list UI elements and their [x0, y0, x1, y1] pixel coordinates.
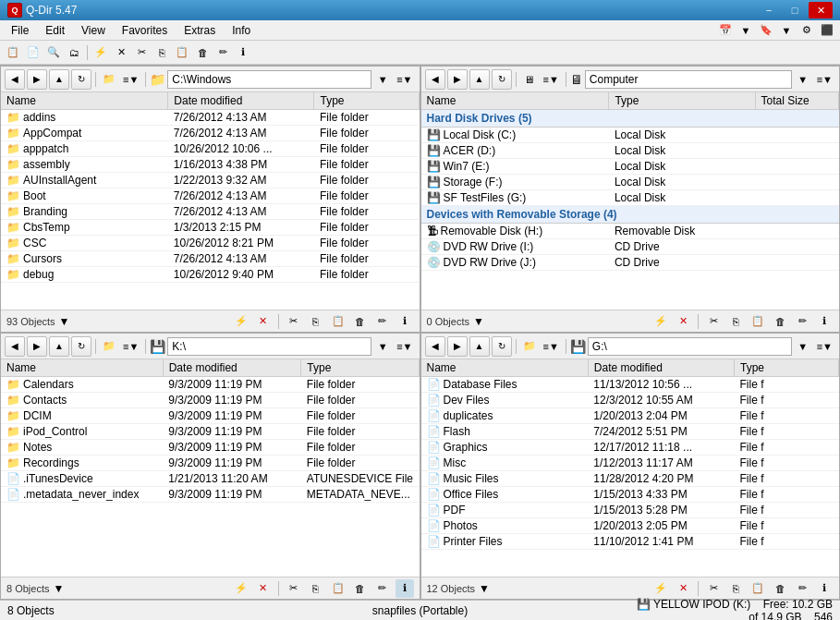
tb-tr-view[interactable]: ≡▼ [541, 70, 562, 89]
status-btn-br-1[interactable]: ⚡ [651, 579, 670, 598]
global-tb-12[interactable]: ℹ [234, 43, 252, 62]
col-date-br[interactable]: Date modified [588, 359, 734, 377]
tb-tl-view[interactable]: ≡▼ [120, 70, 141, 89]
status-btn-tr-5[interactable]: 📋 [749, 312, 767, 331]
global-tb-11[interactable]: ✏ [213, 43, 232, 62]
forward-button-tr[interactable]: ▶ [447, 69, 468, 90]
back-button-bl[interactable]: ◀ [5, 336, 25, 357]
list-item[interactable]: 📄.iTunesDevice 1/21/2013 11:20 AM ATUNES… [1, 471, 419, 487]
status-btn-br-7[interactable]: ✏ [793, 579, 811, 598]
refresh-button-br[interactable]: ↻ [492, 336, 512, 357]
forward-button-bl[interactable]: ▶ [27, 336, 47, 357]
col-type-tl[interactable]: Type [314, 92, 419, 110]
tb-br-folder[interactable]: 📁 [520, 337, 539, 356]
list-item[interactable]: 📁Notes 9/3/2009 11:19 PM File folder [1, 440, 419, 456]
status-btn-tr-8[interactable]: ℹ [815, 312, 834, 331]
global-tb-9[interactable]: 📋 [173, 43, 191, 62]
list-item[interactable]: 💾ACER (D:) Local Disk [421, 143, 839, 159]
col-size-tr[interactable]: Total Size [755, 92, 838, 110]
up-button-tl[interactable]: ▲ [49, 69, 69, 90]
go-btn-tr[interactable]: ▼ [794, 70, 812, 89]
status-btn-tr-3[interactable]: ✂ [704, 312, 723, 331]
list-item[interactable]: 📄Graphics 12/17/2012 11:18 ... File f [421, 440, 839, 456]
list-item[interactable]: 📄PDF 1/15/2013 5:28 PM File f [421, 503, 839, 518]
list-item[interactable]: 💾Storage (F:) Local Disk [421, 175, 839, 190]
list-item[interactable]: 📄.metadata_never_index 9/3/2009 11:19 PM… [1, 487, 419, 503]
col-name-bl[interactable]: Name [1, 359, 163, 377]
tb-bl-view[interactable]: ≡▼ [120, 337, 141, 356]
status-btn-bl-7[interactable]: ✏ [373, 579, 392, 598]
list-item[interactable]: 📁Recordings 9/3/2009 11:19 PM File folde… [1, 456, 419, 471]
back-button-br[interactable]: ◀ [425, 336, 445, 357]
list-item[interactable]: 💿DVD RW Drive (J:) CD Drive [421, 255, 839, 271]
pane-bottom-right-content[interactable]: Name Date modified Type 📄Database Files … [421, 359, 840, 577]
up-button-tr[interactable]: ▲ [469, 69, 490, 90]
tb-br-view[interactable]: ≡▼ [541, 337, 562, 356]
col-type-br[interactable]: Type [734, 359, 838, 377]
list-item[interactable]: 💾Win7 (E:) Local Disk [421, 159, 839, 175]
global-tb-8[interactable]: ⎘ [152, 43, 171, 62]
list-item[interactable]: 📁CbsTemp 1/3/2013 2:15 PM File folder [1, 220, 419, 236]
status-btn-bl-1[interactable]: ⚡ [232, 579, 250, 598]
address-box-tr[interactable]: Computer [585, 70, 792, 89]
forward-button-tl[interactable]: ▶ [27, 69, 47, 90]
status-btn-bl-2[interactable]: ✕ [254, 579, 273, 598]
list-item[interactable]: 💾SF TestFiles (G:) Local Disk [421, 190, 839, 206]
list-item[interactable]: 📁iPod_Control 9/3/2009 11:19 PM File fol… [1, 424, 419, 440]
status-btn-bl-5[interactable]: 📋 [329, 579, 347, 598]
status-btn-tr-2[interactable]: ✕ [674, 312, 692, 331]
status-btn-tr-6[interactable]: 🗑 [771, 312, 789, 331]
status-btn-tl-8[interactable]: ℹ [396, 312, 414, 331]
status-btn-tl-7[interactable]: ✏ [373, 312, 392, 331]
address-box-bl[interactable]: K:\ [167, 337, 371, 356]
global-tb-2[interactable]: 📄 [24, 43, 43, 62]
status-btn-tl-2[interactable]: ✕ [254, 312, 273, 331]
toolbar-btn-2[interactable]: ▼ [737, 21, 755, 40]
menu-extras[interactable]: Extras [177, 22, 223, 39]
toolbar-btn-1[interactable]: 📅 [716, 21, 735, 40]
toolbar-btn-5[interactable]: ⚙ [797, 21, 816, 40]
list-item[interactable]: 📁debug 10/26/2012 9:40 PM File folder [1, 267, 419, 283]
refresh-button-tl[interactable]: ↻ [71, 69, 91, 90]
list-item[interactable]: 📁AUInstallAgent 1/22/2013 9:32 AM File f… [1, 173, 419, 188]
col-name-tr[interactable]: Name [421, 92, 609, 110]
status-btn-br-6[interactable]: 🗑 [771, 579, 789, 598]
status-btn-bl-3[interactable]: ✂ [285, 579, 303, 598]
view-btn-tr[interactable]: ≡▼ [814, 70, 835, 89]
toolbar-btn-4[interactable]: ▼ [777, 21, 796, 40]
back-button-tr[interactable]: ◀ [425, 69, 445, 90]
maximize-button[interactable]: □ [783, 2, 807, 18]
global-tb-7[interactable]: ✂ [132, 43, 151, 62]
close-button[interactable]: ✕ [809, 2, 833, 18]
col-type-tr[interactable]: Type [609, 92, 755, 110]
tb-bl-folder[interactable]: 📁 [100, 337, 118, 356]
col-date-bl[interactable]: Date modified [163, 359, 301, 377]
col-date-tl[interactable]: Date modified [168, 92, 314, 110]
view-btn-br[interactable]: ≡▼ [814, 337, 835, 356]
list-item[interactable]: 📁AppCompat 7/26/2012 4:13 AM File folder [1, 126, 419, 141]
global-tb-5[interactable]: ⚡ [91, 43, 110, 62]
menu-edit[interactable]: Edit [38, 22, 72, 39]
pane-top-left-content[interactable]: Name Date modified Type 📁addins 7/26/201… [1, 92, 420, 310]
status-btn-br-5[interactable]: 📋 [749, 579, 767, 598]
status-btn-tl-1[interactable]: ⚡ [232, 312, 250, 331]
list-item[interactable]: 📄duplicates 1/20/2013 2:04 PM File f [421, 408, 839, 424]
pane-bottom-left-content[interactable]: Name Date modified Type 📁Calendars 9/3/2… [1, 359, 420, 577]
forward-button-br[interactable]: ▶ [447, 336, 468, 357]
address-box-tl[interactable]: C:\Windows [167, 70, 371, 89]
status-btn-bl-8[interactable]: ℹ [396, 579, 414, 598]
status-btn-br-8[interactable]: ℹ [815, 579, 834, 598]
address-box-br[interactable]: G:\ [588, 337, 792, 356]
global-tb-1[interactable]: 📋 [4, 43, 22, 62]
col-type-bl[interactable]: Type [301, 359, 419, 377]
col-name-br[interactable]: Name [421, 359, 589, 377]
list-item[interactable]: 📄Printer Files 11/10/2012 1:41 PM File f [421, 534, 839, 550]
status-btn-tr-4[interactable]: ⎘ [726, 312, 745, 331]
toolbar-btn-6[interactable]: ⬛ [818, 21, 836, 40]
list-item[interactable]: 📁apppatch 10/26/2012 10:06 ... File fold… [1, 141, 419, 157]
status-btn-br-2[interactable]: ✕ [674, 579, 692, 598]
list-item[interactable]: 📄Photos 1/20/2013 2:05 PM File f [421, 518, 839, 534]
list-item[interactable]: 📁Contacts 9/3/2009 11:19 PM File folder [1, 393, 419, 408]
refresh-button-tr[interactable]: ↻ [492, 69, 512, 90]
list-item[interactable]: 📁CSC 10/26/2012 8:21 PM File folder [1, 236, 419, 251]
